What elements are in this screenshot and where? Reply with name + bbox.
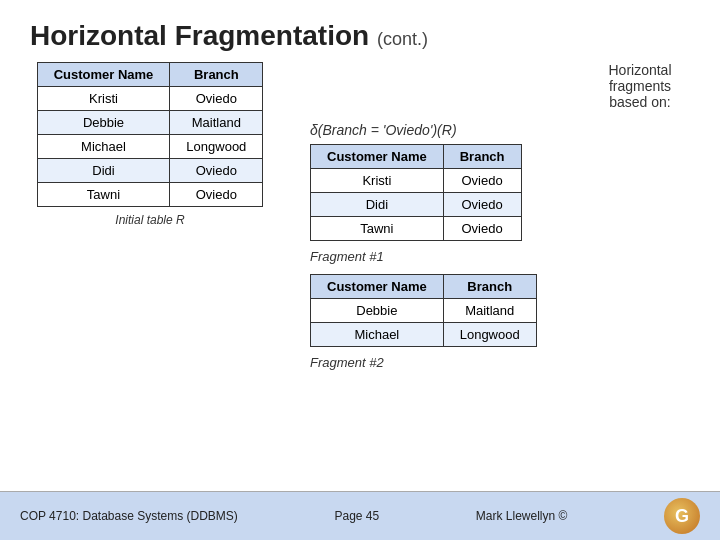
table-cell: Michael bbox=[311, 323, 444, 347]
footer: COP 4710: Database Systems (DDBMS) Page … bbox=[0, 491, 720, 540]
table-cell: Maitland bbox=[443, 299, 536, 323]
table-cell: Kristi bbox=[311, 169, 444, 193]
main-content: Horizontal Fragmentation (cont.) Custome… bbox=[0, 0, 720, 390]
footer-center: Page 45 bbox=[334, 509, 379, 523]
title-text: Horizontal Fragmentation bbox=[30, 20, 369, 51]
frag1-col-branch: Branch bbox=[443, 145, 521, 169]
initial-table-label: Initial table R bbox=[115, 213, 184, 227]
table-cell: Oviedo bbox=[443, 193, 521, 217]
initial-table-col-branch: Branch bbox=[170, 63, 263, 87]
initial-table-col-name: Customer Name bbox=[37, 63, 170, 87]
title-cont: (cont.) bbox=[377, 29, 428, 49]
footer-right: Mark Llewellyn © bbox=[476, 509, 568, 523]
frag1-col-name: Customer Name bbox=[311, 145, 444, 169]
table-cell: Didi bbox=[311, 193, 444, 217]
fragment2-label: Fragment #2 bbox=[310, 355, 384, 370]
table-cell: Oviedo bbox=[170, 87, 263, 111]
table-cell: Oviedo bbox=[443, 169, 521, 193]
subtitle: Horizontal fragments based on: bbox=[590, 62, 690, 110]
table-cell: Oviedo bbox=[170, 183, 263, 207]
footer-logo: G bbox=[664, 498, 700, 534]
frag2-col-branch: Branch bbox=[443, 275, 536, 299]
initial-table: Customer Name Branch KristiOviedoDebbieM… bbox=[37, 62, 264, 207]
right-section: Horizontal fragments based on: δ(Branch … bbox=[310, 62, 690, 380]
table-cell: Longwood bbox=[443, 323, 536, 347]
table-cell: Oviedo bbox=[443, 217, 521, 241]
frag2-col-name: Customer Name bbox=[311, 275, 444, 299]
fragment1-table: Customer Name Branch KristiOviedoDidiOvi… bbox=[310, 144, 522, 241]
left-section: Customer Name Branch KristiOviedoDebbieM… bbox=[30, 62, 270, 227]
sigma-label: δ(Branch = 'Oviedo')(R) bbox=[310, 122, 457, 138]
table-cell: Debbie bbox=[37, 111, 170, 135]
table-cell: Kristi bbox=[37, 87, 170, 111]
table-cell: Oviedo bbox=[170, 159, 263, 183]
table-cell: Michael bbox=[37, 135, 170, 159]
table-cell: Longwood bbox=[170, 135, 263, 159]
table-cell: Tawni bbox=[311, 217, 444, 241]
table-cell: Tawni bbox=[37, 183, 170, 207]
layout-row: Customer Name Branch KristiOviedoDebbieM… bbox=[30, 62, 690, 380]
fragment2-table: Customer Name Branch DebbieMaitlandMicha… bbox=[310, 274, 537, 347]
fragment1-label: Fragment #1 bbox=[310, 249, 384, 264]
page-title: Horizontal Fragmentation (cont.) bbox=[30, 20, 690, 52]
table-cell: Maitland bbox=[170, 111, 263, 135]
table-cell: Debbie bbox=[311, 299, 444, 323]
table-cell: Didi bbox=[37, 159, 170, 183]
footer-left: COP 4710: Database Systems (DDBMS) bbox=[20, 509, 238, 523]
